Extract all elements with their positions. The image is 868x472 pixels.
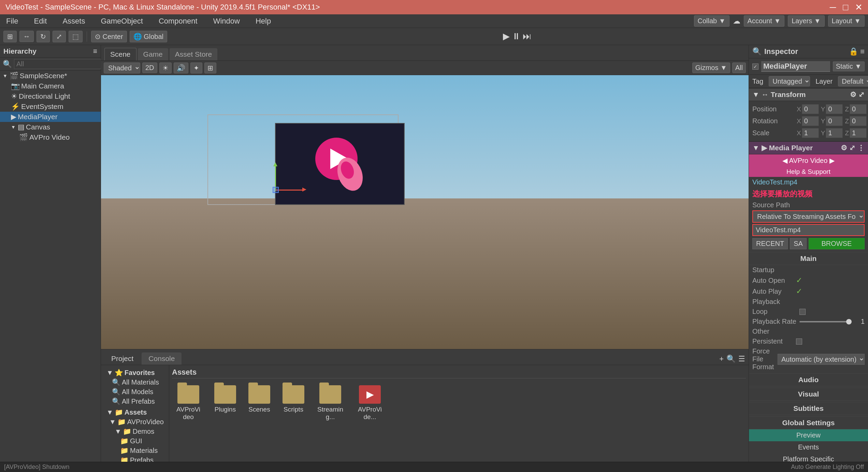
hierarchy-item-maincamera[interactable]: 📷 Main Camera [0,81,101,91]
asset-avprovide-file[interactable]: ▶ AVProVide... [353,383,386,424]
loop-checkbox[interactable] [799,309,806,315]
account-button[interactable]: Account ▼ [744,15,785,27]
hierarchy-item-canvas[interactable]: ▼ ▤ Canvas [0,122,101,132]
hierarchy-item-avprovideo[interactable]: 🎬 AVPro Video [0,132,101,142]
gameobject-name[interactable]: MediaPlayer [761,61,830,72]
static-badge[interactable]: Static ▼ [833,61,865,71]
asset-plugins[interactable]: Plugins [212,383,239,424]
bottom-icon-2[interactable]: 🔍 [726,355,736,363]
source-path-dropdown[interactable]: Relative To Streaming Assets Folder [752,210,865,223]
minimize-icon[interactable]: ─ [830,2,836,13]
collab-button[interactable]: Collab ▼ [694,15,729,27]
mediaplayer-scene-object[interactable] [275,123,405,205]
menu-component[interactable]: Component [156,15,200,27]
layout-button[interactable]: Layout ▼ [828,15,865,27]
hierarchy-item-eventsystem[interactable]: ⚡ EventSystem [0,101,101,112]
search-scene-button[interactable]: All [732,63,746,73]
mp-expand-btn[interactable]: ⤢ [849,144,855,152]
play-button[interactable]: ▶ [503,31,510,42]
transform-tool-2[interactable]: ↔ [19,31,34,42]
gizmos-button[interactable]: Gizmos ▼ [692,63,730,73]
effects-button[interactable]: ✦ [190,63,202,73]
tag-dropdown[interactable]: Untagged [769,76,810,86]
rotation-y-input[interactable] [826,116,843,126]
tab-project[interactable]: Project [104,352,140,365]
asset-avprovideo[interactable]: AVProVideo [172,383,205,424]
preview-button[interactable]: Preview [749,429,868,441]
events-button[interactable]: Events [749,441,868,453]
help-support-banner[interactable]: Help & Support [749,167,868,177]
force-file-format-dropdown[interactable]: Automatic (by extension) [778,354,865,365]
maximize-icon[interactable]: □ [843,2,848,13]
bottom-icon-3[interactable]: ☰ [738,355,745,363]
project-materials[interactable]: 📁Materials [104,446,166,455]
hierarchy-item-mediaplayer[interactable]: ▶ MediaPlayer [0,112,101,122]
project-demos[interactable]: ▼📁Demos [104,427,166,436]
auto-open-check[interactable]: ✓ [796,276,802,285]
global-button[interactable]: 🌐 Global [130,31,167,42]
project-gui[interactable]: 📁GUI [104,436,166,446]
rotation-z-input[interactable] [850,116,867,126]
asset-scenes[interactable]: Scenes [246,383,273,424]
position-x-input[interactable] [802,104,819,114]
hierarchy-item-directionallight[interactable]: ☀ Directional Light [0,91,101,101]
scale-z-input[interactable] [850,128,867,138]
project-favorites[interactable]: ▼ ⭐ Favorites [104,368,166,377]
position-z-input[interactable] [850,104,867,114]
tab-asset-store[interactable]: Asset Store [170,48,218,60]
transform-cog-icon[interactable]: ⚙ [850,91,856,99]
filepath-input[interactable] [752,224,865,236]
audio-button[interactable]: 🔊 [174,63,188,73]
hierarchy-search-input[interactable] [14,59,105,69]
sa-button[interactable]: SA [790,238,807,249]
inspector-lock-icon[interactable]: 🔒 [849,47,858,56]
transform-tool-1[interactable]: ⊞ [3,31,17,42]
menu-window[interactable]: Window [211,15,243,27]
position-y-input[interactable] [826,104,843,114]
menu-edit[interactable]: Edit [31,15,49,27]
center-button[interactable]: ⊙ Center [91,31,127,42]
close-icon[interactable]: ✕ [855,2,863,13]
hierarchy-menu-icon[interactable]: ≡ [93,47,97,55]
transform-tool-5[interactable]: ⬚ [69,31,83,42]
scene-viewport[interactable] [101,75,749,349]
shading-dropdown[interactable]: Shaded [104,63,140,73]
project-all-materials[interactable]: 🔍All Materials [104,377,166,387]
persistent-checkbox[interactable] [796,338,802,345]
asset-streaming[interactable]: Streaming... [314,383,347,424]
transform-tool-3[interactable]: ↻ [37,31,50,42]
2d-button[interactable]: 2D [142,63,157,73]
tab-game[interactable]: Game [138,48,168,60]
project-all-models[interactable]: 🔍All Models [104,387,166,397]
transform-expand-btn[interactable]: ⤢ [858,91,865,99]
cloud-icon[interactable]: ☁ [733,17,740,26]
tab-console[interactable]: Console [142,352,182,365]
rotation-x-input[interactable] [802,116,819,126]
auto-play-check[interactable]: ✓ [796,287,802,296]
mp-dots-icon[interactable]: ⋮ [857,144,865,152]
project-assets-root[interactable]: ▼📁Assets [104,407,166,417]
hierarchy-item-samplescene[interactable]: ▼ 🎬 SampleScene* [0,71,101,81]
menu-assets[interactable]: Assets [60,15,88,27]
step-button[interactable]: ⏭ [523,31,532,42]
media-player-component-header[interactable]: ▼ ▶ Media Player ⚙ ⤢ ⋮ [749,141,868,154]
video-ref-link[interactable]: VideoTest.mp4 [749,177,868,188]
tab-scene[interactable]: Scene [104,48,136,60]
asset-scripts[interactable]: Scripts [280,383,307,424]
transform-component-header[interactable]: ▼ ↔ Transform ⚙ ⤢ [749,88,868,101]
recent-button[interactable]: RECENT [752,238,788,249]
grid-button[interactable]: ⊞ [204,63,216,73]
menu-help[interactable]: Help [253,15,274,27]
avpro-banner[interactable]: ◀ AVPro Video ▶ [749,154,868,167]
project-all-prefabs[interactable]: 🔍All Prefabs [104,397,166,406]
browse-button[interactable]: BROWSE [809,238,865,249]
pause-button[interactable]: ⏸ [512,31,521,42]
inspector-menu-icon[interactable]: ≡ [860,47,865,56]
bottom-icon-1[interactable]: + [719,355,724,363]
lighting-button[interactable]: ☀ [159,63,172,73]
layer-dropdown[interactable]: Default [838,76,868,86]
window-controls[interactable]: ─ □ ✕ [830,2,863,13]
scale-x-input[interactable] [802,128,819,138]
project-avprovideo[interactable]: ▼📁AVProVideo [104,417,166,427]
transform-tool-4[interactable]: ⤢ [53,31,66,42]
